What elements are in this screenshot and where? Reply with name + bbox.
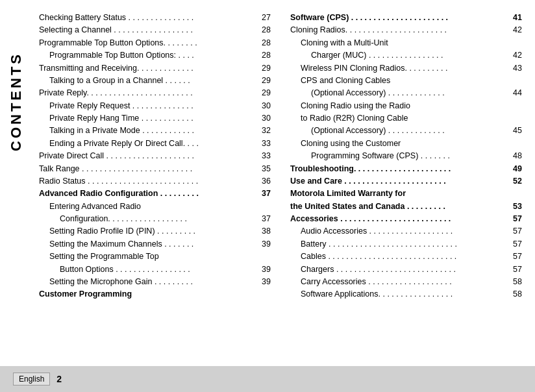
toc-entry-text: Troubleshooting. . . . . . . . . . . . .…: [290, 163, 503, 175]
toc-entry-text: Private Reply. . . . . . . . . . . . . .…: [39, 87, 251, 99]
toc-entry-page: 35: [251, 163, 271, 175]
left-toc-entry: Setting the Programmable Top: [39, 251, 271, 263]
sidebar: CONTENTS: [0, 0, 32, 366]
left-toc-entry: Talk Range . . . . . . . . . . . . . . .…: [39, 163, 271, 175]
toc-entry-text: Audio Accessories . . . . . . . . . . . …: [290, 225, 503, 238]
right-toc-entry: Software (CPS) . . . . . . . . . . . . .…: [290, 12, 522, 24]
toc-entry-page: 48: [503, 150, 522, 162]
left-toc-entry: Button Options . . . . . . . . . . . . .…: [39, 263, 271, 276]
toc-entry-text: Setting the Programmable Top: [39, 251, 271, 263]
toc-entry-page: 39: [251, 276, 271, 288]
toc-entry-text: Programming Software (CPS) . . . . . . .: [290, 150, 503, 162]
toc-entry-text: Motorola Limited Warranty for: [290, 188, 522, 200]
toc-entry-text: Talking in a Private Mode . . . . . . . …: [39, 125, 251, 137]
left-toc-entry: Advanced Radio Configuration . . . . . .…: [39, 188, 271, 200]
toc-entry-page: 32: [251, 125, 271, 137]
toc-entry-text: Cables . . . . . . . . . . . . . . . . .…: [290, 251, 503, 263]
left-toc-entry: Radio Status . . . . . . . . . . . . . .…: [39, 175, 271, 188]
left-toc-entry: Customer Programming: [39, 288, 271, 300]
toc-entry-page: 29: [251, 62, 271, 75]
toc-entry-text: Ending a Private Reply Or Direct Call. .…: [39, 138, 251, 150]
right-toc-entry: Cloning Radio using the Radio: [290, 100, 522, 112]
toc-entry-text: Software (CPS) . . . . . . . . . . . . .…: [290, 12, 503, 24]
toc-entry-page: 52: [503, 175, 522, 188]
toc-entry-text: Setting the Microphone Gain . . . . . . …: [39, 276, 251, 288]
language-badge[interactable]: English: [13, 373, 50, 386]
right-toc-entry: (Optional Accessory) . . . . . . . . . .…: [290, 87, 522, 99]
toc-entry-page: 43: [503, 62, 522, 75]
toc-entry-page: 58: [503, 276, 522, 288]
left-toc-entry: Private Reply Hang Time . . . . . . . . …: [39, 112, 271, 125]
right-toc-entry: Wireless PIN Cloning Radios. . . . . . .…: [290, 62, 522, 75]
toc-entry-text: (Optional Accessory) . . . . . . . . . .…: [290, 87, 503, 99]
toc-entry-text: Battery . . . . . . . . . . . . . . . . …: [290, 238, 503, 251]
toc-entry-text: Private Reply Request . . . . . . . . . …: [39, 100, 251, 112]
left-toc-entry: Talking to a Group in a Channel . . . . …: [39, 75, 271, 87]
toc-entry-page: 29: [251, 87, 271, 99]
left-toc-entry: Entering Advanced Radio: [39, 201, 271, 213]
toc-entry-text: Transmitting and Receiving. . . . . . . …: [39, 62, 251, 75]
toc-entry-page: 57: [503, 251, 522, 263]
right-toc-entry: Programming Software (CPS) . . . . . . .…: [290, 150, 522, 162]
toc-entry-text: CPS and Cloning Cables: [290, 75, 522, 87]
toc-entry-page: 57: [503, 213, 522, 225]
toc-entry-text: Private Direct Call . . . . . . . . . . …: [39, 150, 251, 162]
right-toc-entry: Cables . . . . . . . . . . . . . . . . .…: [290, 251, 522, 263]
toc-entry-page: 29: [251, 75, 271, 87]
bottom-left: English 2: [13, 373, 62, 386]
left-toc-entry: Configuration. . . . . . . . . . . . . .…: [39, 213, 271, 225]
left-toc-entry: Setting the Maximum Channels . . . . . .…: [39, 238, 271, 251]
toc-entry-text: Advanced Radio Configuration . . . . . .…: [39, 188, 251, 200]
bottom-bar: English 2: [0, 366, 535, 392]
toc-entry-page: 27: [251, 12, 271, 24]
left-toc-entry: Ending a Private Reply Or Direct Call. .…: [39, 138, 271, 150]
toc-entry-text: Cloning using the Customer: [290, 138, 522, 150]
right-toc-entry: Motorola Limited Warranty for: [290, 188, 522, 200]
toc-entry-page: 37: [251, 188, 271, 200]
toc-entry-text: Cloning with a Multi-Unit: [290, 37, 522, 49]
right-toc-entry: Cloning with a Multi-Unit: [290, 37, 522, 49]
toc-entry-text: Private Reply Hang Time . . . . . . . . …: [39, 112, 251, 125]
toc-entry-text: Configuration. . . . . . . . . . . . . .…: [39, 213, 251, 225]
right-toc-entry: Cloning using the Customer: [290, 138, 522, 150]
toc-entry-page: 37: [251, 213, 271, 225]
left-column: Checking Battery Status . . . . . . . . …: [39, 12, 271, 360]
left-toc-entry: Checking Battery Status . . . . . . . . …: [39, 12, 271, 24]
toc-entry-page: 57: [503, 263, 522, 276]
toc-entry-text: the United States and Canada . . . . . .…: [290, 201, 503, 213]
toc-entry-text: Radio Status . . . . . . . . . . . . . .…: [39, 175, 251, 188]
left-toc-entry: Transmitting and Receiving. . . . . . . …: [39, 62, 271, 75]
left-toc-entry: Setting Radio Profile ID (PIN) . . . . .…: [39, 225, 271, 238]
toc-entry-text: (Optional Accessory) . . . . . . . . . .…: [290, 125, 503, 137]
page-number: 2: [56, 374, 62, 384]
left-toc-entry: Private Reply. . . . . . . . . . . . . .…: [39, 87, 271, 99]
toc-entry-text: Talking to a Group in a Channel . . . . …: [39, 75, 251, 87]
toc-entry-text: Setting the Maximum Channels . . . . . .…: [39, 238, 251, 251]
page-container: CONTENTS Checking Battery Status . . . .…: [0, 0, 535, 366]
toc-entry-text: Cloning Radio using the Radio: [290, 100, 522, 112]
right-toc-entry: (Optional Accessory) . . . . . . . . . .…: [290, 125, 522, 137]
toc-entry-text: to Radio (R2R) Cloning Cable: [290, 112, 522, 125]
toc-entry-text: Programmable Top Button Options: . . . .: [39, 49, 251, 62]
toc-entry-text: Accessories . . . . . . . . . . . . . . …: [290, 213, 503, 225]
right-toc-entry: the United States and Canada . . . . . .…: [290, 201, 522, 213]
toc-entry-page: 33: [251, 150, 271, 162]
toc-entry-page: 53: [503, 201, 522, 213]
right-toc-entry: Troubleshooting. . . . . . . . . . . . .…: [290, 163, 522, 175]
toc-entry-text: Selecting a Channel . . . . . . . . . . …: [39, 24, 251, 36]
right-column: Software (CPS) . . . . . . . . . . . . .…: [290, 12, 522, 360]
left-toc-entry: Talking in a Private Mode . . . . . . . …: [39, 125, 271, 137]
toc-entry-text: Software Applications. . . . . . . . . .…: [290, 288, 503, 300]
toc-entry-page: 58: [503, 288, 522, 300]
right-toc-entry: Cloning Radios. . . . . . . . . . . . . …: [290, 24, 522, 36]
toc-entry-page: 39: [251, 238, 271, 251]
toc-entry-page: 28: [251, 37, 271, 49]
toc-entry-text: Setting Radio Profile ID (PIN) . . . . .…: [39, 225, 251, 238]
left-toc-entry: Setting the Microphone Gain . . . . . . …: [39, 276, 271, 288]
toc-entry-page: 41: [503, 12, 522, 24]
right-toc-entry: Battery . . . . . . . . . . . . . . . . …: [290, 238, 522, 251]
right-toc-entry: Chargers . . . . . . . . . . . . . . . .…: [290, 263, 522, 276]
toc-entry-page: 45: [503, 125, 522, 137]
main-content: Checking Battery Status . . . . . . . . …: [32, 0, 535, 366]
toc-entry-page: 38: [251, 225, 271, 238]
